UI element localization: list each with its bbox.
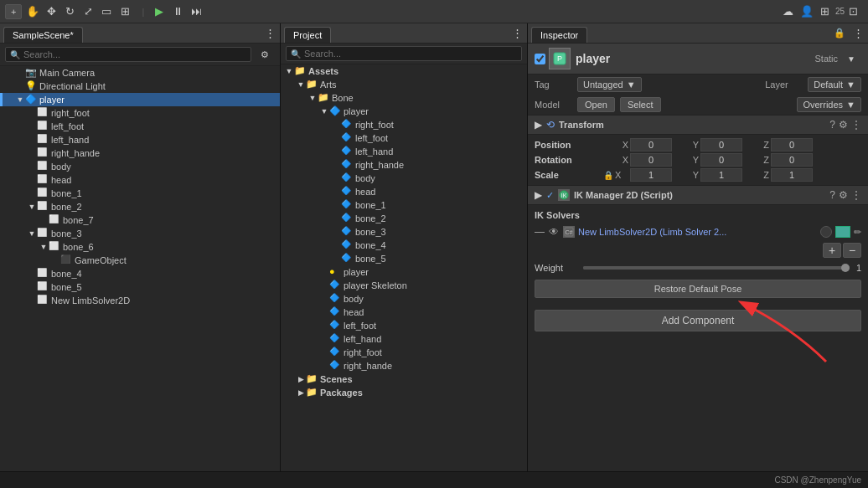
project-item-bone3[interactable]: 🔷 bone_3 (281, 225, 527, 239)
hierarchy-item-left-foot[interactable]: ⬜ left_foot (0, 120, 280, 133)
project-item-left-foot[interactable]: 🔷 left_foot (281, 131, 527, 145)
move-tool[interactable]: ✥ (43, 3, 59, 20)
pos-z-input[interactable] (771, 138, 813, 152)
rot-z-input[interactable] (771, 153, 813, 167)
expand-arrow[interactable]: ▶ (296, 375, 306, 383)
solver-edit-icon[interactable]: ✏ (854, 227, 861, 238)
inspector-tab[interactable]: Inspector (531, 27, 587, 43)
overrides-dropdown[interactable]: Overrides ▼ (797, 97, 861, 112)
project-item-bone2[interactable]: 🔷 bone_2 (281, 212, 527, 225)
hierarchy-options-icon[interactable]: ⚙ (256, 46, 273, 63)
transform-help-icon[interactable]: ? (829, 119, 835, 131)
hierarchy-item-right-foot[interactable]: ⬜ right_foot (0, 106, 280, 120)
play-button[interactable]: ▶ (151, 3, 168, 20)
inspector-lock-icon[interactable]: 🔒 (831, 24, 848, 41)
rotate-tool[interactable]: ↻ (61, 3, 78, 20)
hierarchy-item-limbsolver[interactable]: ⬜ New LimbSolver2D (0, 294, 280, 307)
transform-header[interactable]: ▶ ⟲ Transform ? ⚙ ⋮ (528, 116, 868, 135)
expand-arrow[interactable]: ▼ (307, 94, 318, 102)
project-item-player-skeleton[interactable]: 🔷 player Skeleton (281, 279, 527, 292)
add-button[interactable]: + (5, 4, 22, 19)
project-item-right-foot2[interactable]: 🔷 right_foot (281, 346, 527, 359)
hierarchy-item-bone4[interactable]: ⬜ bone_4 (0, 267, 280, 280)
hierarchy-tab[interactable]: SampleScene* (3, 27, 83, 43)
project-item-assets[interactable]: ▼ 📁 Assets (281, 64, 527, 78)
solver-color-picker[interactable] (835, 226, 850, 238)
project-item-bone5[interactable]: 🔷 bone_5 (281, 252, 527, 265)
weight-slider-thumb[interactable] (841, 264, 850, 272)
step-button[interactable]: ⏭ (188, 3, 204, 20)
project-item-head2[interactable]: 🔷 head (281, 306, 527, 319)
inspector-menu-icon[interactable]: ⋮ (850, 24, 866, 41)
add-component-button[interactable]: Add Component (535, 310, 861, 331)
project-item-bone-folder[interactable]: ▼ 📁 Bone (281, 91, 527, 105)
ik-help-icon[interactable]: ? (829, 189, 835, 201)
rot-x-input[interactable] (630, 153, 672, 167)
project-tab[interactable]: Project (284, 27, 331, 43)
hierarchy-item-directional-light[interactable]: 💡 Directional Light (0, 80, 280, 93)
open-button[interactable]: Open (577, 97, 615, 112)
hierarchy-item-bone7[interactable]: ⬜ bone_7 (0, 213, 280, 227)
ik-settings-icon[interactable]: ⚙ (839, 189, 848, 201)
project-item-head[interactable]: 🔷 head (281, 185, 527, 198)
rot-y-input[interactable] (700, 153, 742, 167)
project-item-player-asset[interactable]: ● player (281, 265, 527, 279)
project-item-bone1[interactable]: 🔷 bone_1 (281, 198, 527, 212)
scale-z-input[interactable] (771, 168, 813, 182)
ik-checkbox[interactable]: ✓ (546, 190, 554, 201)
project-item-player-root[interactable]: ▼ 🔷 player (281, 105, 527, 118)
transform-menu-icon[interactable]: ⋮ (851, 119, 861, 131)
ik-manager-header[interactable]: ▶ ✓ IK IK Manager 2D (Script) ? ⚙ ⋮ (528, 186, 868, 205)
transform-settings-icon[interactable]: ⚙ (839, 119, 848, 131)
transform-tool[interactable]: ⊞ (116, 3, 133, 20)
weight-slider[interactable] (583, 266, 850, 270)
scale-y-input[interactable] (700, 168, 742, 182)
pause-button[interactable]: ⏸ (169, 3, 186, 20)
hierarchy-menu-icon[interactable]: ⋮ (261, 24, 278, 41)
cloud-icon[interactable]: ☁ (780, 3, 797, 20)
layer-dropdown[interactable]: Default ▼ (808, 77, 861, 92)
scale-x-input[interactable] (630, 168, 672, 182)
static-dropdown-icon[interactable]: ▼ (843, 50, 860, 67)
hierarchy-item-bone5[interactable]: ⬜ bone_5 (0, 280, 280, 294)
project-menu-icon[interactable]: ⋮ (509, 24, 525, 41)
layout-icon[interactable]: ⊡ (845, 3, 861, 20)
hand-tool[interactable]: ✋ (24, 3, 41, 20)
project-item-right-hande[interactable]: 🔷 right_hande (281, 158, 527, 172)
expand-arrow[interactable]: ▶ (296, 388, 306, 397)
layers-icon[interactable]: ⊞ (817, 3, 834, 20)
expand-arrow[interactable]: ▼ (15, 95, 25, 104)
hierarchy-item-bone2[interactable]: ▼ ⬜ bone_2 (0, 200, 280, 213)
solver-target-button[interactable] (820, 226, 832, 238)
project-item-arts[interactable]: ▼ 📁 Arts (281, 78, 527, 91)
hierarchy-item-player[interactable]: ▼ 🔷 player (0, 93, 280, 106)
hierarchy-search-input[interactable] (23, 49, 246, 59)
account-icon[interactable]: 👤 (798, 3, 815, 20)
hierarchy-item-left-hand[interactable]: ⬜ left_hand (0, 133, 280, 146)
project-item-scenes[interactable]: ▶ 📁 Scenes (281, 372, 527, 386)
add-solver-button[interactable]: + (823, 243, 841, 258)
ik-menu-icon[interactable]: ⋮ (851, 189, 861, 201)
project-item-right-hande2[interactable]: 🔷 right_hande (281, 359, 527, 372)
hierarchy-item-right-hande[interactable]: ⬜ right_hande (0, 146, 280, 160)
project-item-left-hand2[interactable]: 🔷 left_hand (281, 332, 527, 346)
pos-y-input[interactable] (700, 138, 742, 152)
hierarchy-item-bone6[interactable]: ▼ ⬜ bone_6 (0, 240, 280, 254)
expand-arrow[interactable]: ▼ (27, 203, 37, 211)
expand-arrow[interactable]: ▼ (39, 243, 49, 251)
hierarchy-item-body[interactable]: ⬜ body (0, 160, 280, 173)
hierarchy-item-gameobject[interactable]: ⬛ GameObject (0, 254, 280, 267)
remove-solver-button[interactable]: − (843, 243, 861, 258)
rect-tool[interactable]: ▭ (98, 3, 115, 20)
hierarchy-item-bone3[interactable]: ▼ ⬜ bone_3 (0, 227, 280, 240)
active-checkbox[interactable] (535, 54, 545, 64)
tag-dropdown[interactable]: Untagged ▼ (577, 77, 642, 92)
scale-tool[interactable]: ⤢ (80, 3, 96, 20)
expand-arrow[interactable]: ▼ (284, 67, 294, 75)
project-item-left-foot2[interactable]: 🔷 left_foot (281, 319, 527, 332)
restore-default-pose-button[interactable]: Restore Default Pose (535, 280, 861, 298)
hierarchy-item-bone1[interactable]: ⬜ bone_1 (0, 187, 280, 200)
pos-x-input[interactable] (630, 138, 672, 152)
select-button[interactable]: Select (620, 97, 661, 112)
project-search-input[interactable] (304, 49, 517, 59)
